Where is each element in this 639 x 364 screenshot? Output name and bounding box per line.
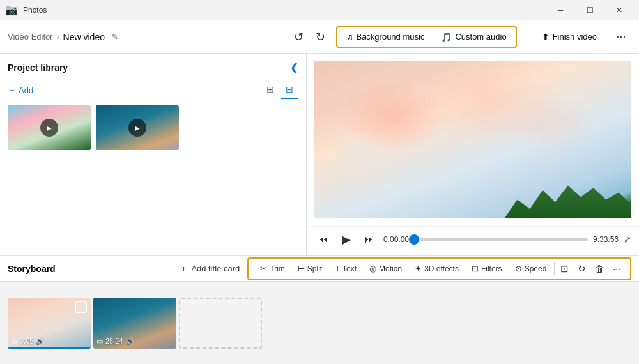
timeline-thumb[interactable] [409, 234, 419, 245]
add-icon: ＋ [8, 84, 16, 96]
breadcrumb-separator: › [57, 33, 59, 42]
storyboard-title: Storyboard [8, 264, 56, 274]
item-duration-2: 28.24 [105, 337, 123, 345]
filters-label: Filters [481, 264, 502, 273]
grid-view-button[interactable]: ⊞ [261, 81, 279, 99]
edit-title-icon[interactable]: ✎ [111, 32, 118, 42]
audio-group: ♫ Background music 🎵 Custom audio [336, 26, 517, 48]
rotate-icon: ↻ [578, 263, 586, 275]
media-item-1[interactable]: ▶ [8, 105, 91, 150]
add-label: Add [19, 86, 33, 95]
project-library-panel: Project library ❮ ＋ Add ⊞ ⊟ ▶ ▶ [0, 54, 307, 255]
storyboard-header: Storyboard [8, 264, 56, 274]
app-header: Video Editor › New video ✎ ↺ ↻ ♫ Backgro… [0, 20, 639, 54]
motion-label: Motion [379, 264, 402, 273]
rewind-button[interactable]: ⏮ [314, 231, 332, 248]
export-icon: ⬆ [542, 32, 550, 42]
item-info-2: ▭ 28.24 🔊 [96, 337, 135, 345]
list-view-button[interactable]: ⊟ [281, 81, 298, 99]
3deffects-icon: ✦ [415, 264, 422, 273]
breadcrumb-current: New video [63, 32, 105, 42]
header-more-button[interactable]: ··· [611, 27, 631, 47]
fullscreen-button[interactable]: ⤢ [624, 234, 631, 245]
media-thumbnails: ▶ ▶ [8, 105, 298, 150]
split-icon: ⊢ [298, 264, 305, 273]
delete-icon: 🗑 [595, 264, 604, 274]
motion-button[interactable]: ◎ Motion [363, 259, 408, 278]
video-icon-2: ▭ [96, 337, 103, 345]
custom-audio-label: Custom audio [455, 32, 506, 42]
storyboard-item-2[interactable]: ▭ 28.24 🔊 [93, 298, 176, 349]
play-button[interactable]: ▶ [337, 231, 355, 248]
delete-button[interactable]: 🗑 [590, 259, 608, 278]
time-current: 0:00.00 [383, 235, 409, 244]
finish-video-button[interactable]: ⬆ Finish video [533, 28, 606, 46]
undo-button[interactable]: ↺ [289, 27, 309, 47]
minimize-button[interactable]: ─ [546, 0, 575, 20]
3deffects-button[interactable]: ✦ 3D effects [408, 259, 465, 278]
play-icon-1: ▶ [40, 119, 58, 137]
title-card-label: Add title card [191, 264, 240, 273]
main-layout: Project library ❮ ＋ Add ⊞ ⊟ ▶ ▶ [0, 54, 639, 255]
sound-icon-1: 🔊 [36, 337, 45, 345]
panel-title: Project library [8, 63, 68, 73]
crop-button[interactable]: ⊡ [556, 259, 573, 278]
media-item-2[interactable]: ▶ [96, 105, 179, 150]
text-label: Text [343, 264, 357, 273]
app-icon: 📷 [5, 4, 18, 16]
text-icon: T [335, 264, 340, 273]
video-preview [314, 61, 631, 218]
filters-icon: ⊡ [472, 264, 479, 273]
crop-icon: ⊡ [560, 263, 569, 275]
custom-audio-button[interactable]: 🎵 Custom audio [433, 29, 514, 45]
breadcrumb-parent[interactable]: Video Editor [8, 32, 53, 42]
undo-redo-group: ↺ ↻ [289, 27, 331, 47]
video-preview-panel: ⏮ ▶ ⏭ 0:00.00 9:33.56 ⤢ [307, 54, 639, 255]
time-total: 9:33.56 [593, 235, 619, 244]
close-button[interactable]: ✕ [604, 0, 634, 20]
video-controls: ⏮ ▶ ⏭ 0:00.00 9:33.56 ⤢ [307, 226, 639, 255]
split-label: Split [307, 264, 322, 273]
more-icon: ··· [613, 264, 620, 274]
speed-icon: ⊙ [515, 264, 522, 273]
title-card-icon: ＋ [180, 263, 188, 275]
play-icon-2: ▶ [128, 119, 146, 137]
item-checkbox-1[interactable] [75, 301, 87, 313]
add-bar: ＋ Add ⊞ ⊟ [8, 81, 298, 99]
filters-button[interactable]: ⊡ Filters [465, 259, 509, 278]
toolbar-more-button[interactable]: ··· [608, 259, 625, 278]
storyboard-section: Storyboard ＋ Add title card ✂ Trim ⊢ Spl… [0, 255, 639, 364]
split-button[interactable]: ⊢ Split [291, 259, 328, 278]
background-music-label: Background music [356, 32, 424, 42]
3deffects-label: 3D effects [424, 264, 459, 273]
text-button[interactable]: T Text [328, 259, 363, 278]
fast-forward-button[interactable]: ⏭ [360, 231, 378, 248]
breadcrumb: Video Editor › New video ✎ [8, 32, 284, 42]
header-divider [525, 29, 525, 45]
trim-icon: ✂ [260, 264, 267, 273]
timeline-bar[interactable] [414, 238, 588, 241]
audio-icon: 🎵 [441, 32, 452, 42]
trim-label: Trim [270, 264, 285, 273]
item-info-1: ▭ 9:05 🔊 [11, 337, 45, 345]
app-title: Photos [23, 6, 47, 15]
add-title-card-button[interactable]: ＋ Add title card [180, 263, 240, 275]
redo-button[interactable]: ↻ [311, 27, 331, 47]
item-progress-bar-1 [8, 347, 91, 349]
preview-trees [505, 171, 631, 218]
storyboard-items: ▭ 9:05 🔊 ▭ 28.24 🔊 [0, 282, 639, 364]
storyboard-toolbar: ✂ Trim ⊢ Split T Text ◎ Motion ✦ 3D effe… [247, 257, 631, 280]
sound-icon-2: 🔊 [126, 337, 135, 345]
background-music-button[interactable]: ♫ Background music [339, 29, 432, 45]
panel-header: Project library ❮ [8, 61, 298, 73]
speed-button[interactable]: ⊙ Speed [509, 259, 553, 278]
view-toggle: ⊞ ⊟ [261, 81, 298, 99]
rotate-button[interactable]: ↻ [573, 259, 590, 278]
collapse-button[interactable]: ❮ [290, 61, 298, 73]
finish-video-label: Finish video [553, 32, 597, 42]
trim-button[interactable]: ✂ Trim [254, 259, 291, 278]
restore-button[interactable]: ☐ [575, 0, 604, 20]
add-media-button[interactable]: ＋ Add [8, 84, 33, 96]
toolbar-divider [554, 262, 555, 275]
storyboard-item-1[interactable]: ▭ 9:05 🔊 [8, 298, 91, 349]
